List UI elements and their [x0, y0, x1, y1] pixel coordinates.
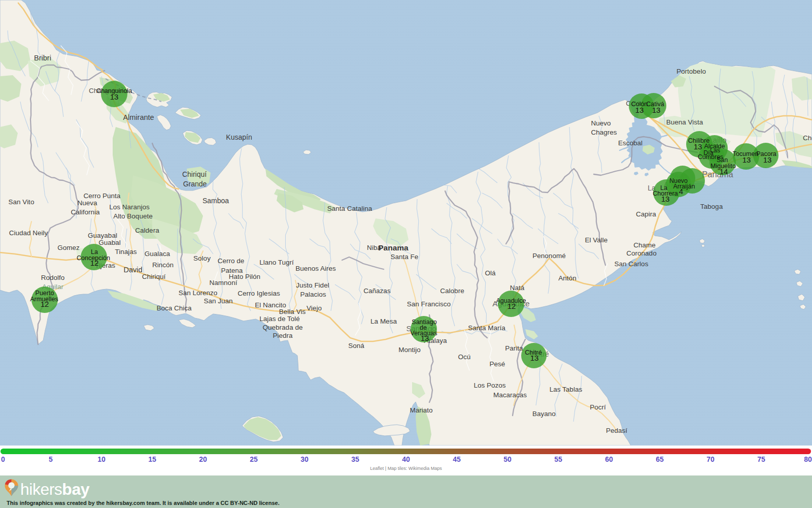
svg-text:Cerro Iglesias: Cerro Iglesias [238, 290, 280, 297]
svg-text:Pocrí: Pocrí [590, 403, 606, 411]
svg-text:Chiriquí: Chiriquí [182, 170, 207, 178]
svg-text:David: David [123, 266, 142, 274]
svg-text:Cerro Punta: Cerro Punta [84, 192, 121, 200]
svg-text:Bella Vis: Bella Vis [279, 308, 306, 315]
svg-text:Guayabal: Guayabal [88, 232, 117, 239]
svg-text:Guabal: Guabal [98, 239, 121, 246]
svg-text:Ocú: Ocú [458, 353, 471, 361]
svg-text:13: 13 [763, 155, 772, 164]
svg-text:12: 12 [41, 300, 49, 308]
svg-text:Alto Boquete: Alto Boquete [113, 212, 152, 220]
svg-text:Nuevo: Nuevo [591, 119, 611, 127]
svg-text:Lajas de Tolé: Lajas de Tolé [259, 315, 299, 323]
svg-text:Rodolfo: Rodolfo [41, 274, 65, 281]
svg-text:13: 13 [652, 106, 661, 114]
svg-text:Piedra: Piedra [273, 332, 293, 339]
svg-text:Pesé: Pesé [490, 360, 505, 368]
svg-text:14: 14 [720, 167, 728, 176]
svg-text:13: 13 [635, 106, 644, 114]
svg-text:Llano Tugrí: Llano Tugrí [259, 259, 294, 266]
svg-text:Gomez: Gomez [57, 244, 80, 251]
svg-text:12: 12 [507, 302, 516, 310]
svg-text:Viejo: Viejo [307, 304, 322, 312]
svg-text:Arraiján: Arraiján [673, 183, 695, 190]
svg-text:Taboga: Taboga [700, 203, 723, 210]
svg-text:Kusapín: Kusapín [226, 133, 252, 141]
svg-text:Chiriquí: Chiriquí [142, 273, 166, 280]
svg-text:Los Pozos: Los Pozos [473, 382, 505, 389]
svg-text:Montijo: Montijo [398, 346, 421, 354]
svg-text:Chep: Chep [803, 134, 812, 142]
svg-text:California: California [71, 208, 100, 216]
svg-text:Penonomé: Penonomé [532, 252, 565, 260]
svg-text:Palacios: Palacios [300, 291, 326, 298]
svg-text:Gualaca: Gualaca [145, 250, 171, 258]
svg-text:Escobal: Escobal [618, 139, 642, 147]
svg-text:Bribri: Bribri [34, 54, 51, 62]
svg-text:Soloy: Soloy [193, 255, 211, 262]
svg-text:Antón: Antón [558, 274, 576, 282]
svg-text:Macaracas: Macaracas [493, 391, 527, 399]
svg-text:Bayano: Bayano [532, 410, 556, 418]
svg-text:Santa Catalina: Santa Catalina [327, 205, 373, 212]
svg-text:Chame: Chame [633, 241, 656, 249]
svg-text:4: 4 [679, 187, 683, 196]
svg-text:Quebrada de: Quebrada de [263, 324, 303, 331]
svg-text:El Valle: El Valle [585, 236, 608, 244]
svg-text:San Lorenzo: San Lorenzo [179, 289, 218, 297]
svg-text:Caldera: Caldera [135, 227, 159, 234]
svg-text:Los Naranjos: Los Naranjos [109, 203, 150, 211]
svg-text:13: 13 [421, 334, 429, 342]
svg-text:Buenos Aires: Buenos Aires [295, 265, 336, 272]
svg-text:13: 13 [110, 92, 119, 101]
svg-text:Capira: Capira [636, 210, 656, 218]
svg-text:San Juan: San Juan [204, 297, 232, 305]
svg-text:Almirante: Almirante [123, 113, 154, 121]
svg-text:Samboa: Samboa [202, 197, 229, 205]
svg-text:Boca Chica: Boca Chica [156, 304, 192, 312]
svg-text:Santa María: Santa María [468, 324, 505, 332]
svg-text:12: 12 [90, 259, 99, 267]
svg-text:Portobelo: Portobelo [676, 68, 706, 75]
svg-text:Calobre: Calobre [440, 287, 464, 295]
svg-text:Buena Vista: Buena Vista [666, 118, 703, 126]
svg-text:Mariato: Mariato [410, 406, 432, 414]
svg-text:La Mesa: La Mesa [370, 318, 397, 325]
svg-text:Coronado: Coronado [626, 249, 656, 257]
svg-text:13: 13 [530, 354, 539, 362]
svg-text:13: 13 [742, 155, 751, 164]
svg-text:Justo Fidel: Justo Fidel [296, 281, 329, 289]
svg-text:Natá: Natá [510, 284, 525, 292]
svg-text:Chagres: Chagres [591, 129, 617, 136]
svg-text:Tinajas: Tinajas [115, 248, 137, 256]
svg-text:Panama: Panama [378, 243, 409, 252]
svg-text:Nueva: Nueva [77, 199, 97, 207]
svg-text:Pedasí: Pedasí [606, 427, 627, 434]
svg-text:Santa Fe: Santa Fe [391, 253, 419, 261]
svg-text:Ciudad Neily: Ciudad Neily [9, 229, 48, 237]
svg-text:Las Tablas: Las Tablas [550, 386, 583, 393]
svg-text:Cerro de: Cerro de [218, 257, 245, 265]
svg-text:San Francisco: San Francisco [407, 300, 451, 308]
svg-text:San Vito: San Vito [9, 198, 35, 206]
svg-text:Namnoní: Namnoní [210, 279, 238, 287]
svg-text:Parita: Parita [505, 344, 523, 352]
svg-text:Rincón: Rincón [152, 261, 174, 269]
svg-text:Grande: Grande [183, 180, 207, 188]
svg-text:San Carlos: San Carlos [615, 260, 649, 268]
svg-text:13: 13 [694, 142, 702, 151]
svg-text:Olá: Olá [485, 269, 496, 277]
svg-text:Cañazas: Cañazas [363, 287, 391, 295]
svg-text:Las: Las [710, 147, 720, 154]
svg-text:Soná: Soná [348, 342, 364, 350]
svg-text:13: 13 [661, 195, 670, 203]
